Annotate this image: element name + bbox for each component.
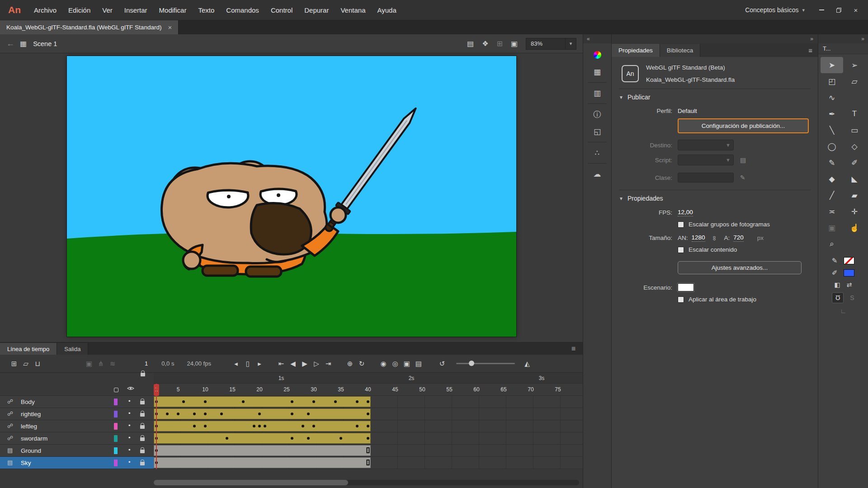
ink-bottle-tool[interactable]: ◆ (821, 171, 843, 187)
scale-frames-checkbox[interactable] (678, 221, 684, 228)
step-forward-button[interactable]: ▸ (254, 360, 265, 368)
swap-colors-button[interactable]: ⇄ (847, 281, 852, 288)
scale-content-checkbox[interactable] (678, 247, 684, 253)
layer-depth-button[interactable]: ≋ (107, 360, 118, 368)
frame-ruler[interactable]: 151015202530354045505560657075 (154, 384, 583, 396)
width-value[interactable]: 1280 (692, 234, 705, 242)
dock-collapse-header[interactable]: « (583, 34, 611, 43)
class-input[interactable] (678, 173, 734, 183)
color-panel-icon[interactable] (583, 46, 611, 63)
timeline-zoom-slider[interactable] (456, 363, 515, 364)
stage-color-swatch[interactable] (678, 283, 694, 291)
tab-linea-de-tiempo[interactable]: Línea de tiempo (0, 343, 57, 355)
snap-align-icon[interactable]: ∟ (840, 307, 846, 314)
layer-lock-icon[interactable] (140, 450, 145, 453)
new-layer-button[interactable]: ⊞ (8, 360, 20, 368)
link-dimensions-icon[interactable]: ∞ (711, 236, 718, 240)
new-folder-button[interactable]: ▱ (20, 360, 32, 368)
frame-row-rightleg[interactable] (154, 408, 583, 420)
swatches-panel-icon[interactable]: ▦ (583, 63, 611, 80)
delete-layer-button[interactable]: ⊔ (32, 360, 43, 368)
edit-class-icon[interactable]: ✎ (740, 174, 745, 181)
publish-section-header[interactable]: ▼ Publicar (619, 89, 811, 103)
current-frame-value[interactable]: 1 (145, 360, 148, 367)
frame-rate-value[interactable]: 24,00 fps (187, 360, 211, 367)
advanced-settings-button[interactable]: Ajustes avanzados... (678, 261, 802, 274)
subselection-tool[interactable]: ➢ (843, 57, 866, 73)
document-tab[interactable]: Koala_WebGL-glTF-Standard.fla (WebGL glT… (0, 20, 179, 34)
layer-outline-swatch[interactable] (114, 447, 118, 454)
height-value[interactable]: 720 (733, 234, 744, 242)
frame-span[interactable] (154, 408, 371, 419)
edit-scene-icon[interactable]: ▤ (467, 39, 474, 48)
pencil-tool[interactable]: ✎ (821, 155, 843, 171)
menu-ventana[interactable]: Ventana (335, 6, 371, 14)
layer-outline-swatch[interactable] (114, 423, 118, 430)
hand-tool[interactable]: ☝ (843, 220, 866, 236)
app-logo[interactable]: An (8, 5, 21, 15)
tools-dock-header[interactable]: » (818, 34, 868, 43)
tab-close-icon[interactable]: × (168, 23, 172, 31)
brush-tool[interactable]: ✐ (843, 155, 866, 171)
menu-depurar[interactable]: Depurar (298, 6, 335, 14)
layer-outline-swatch[interactable] (114, 435, 118, 442)
snap-to-objects-button[interactable]: Ω (832, 292, 844, 303)
layer-outline-swatch[interactable] (114, 411, 118, 418)
timeline-horizontal-scrollbar[interactable] (154, 480, 579, 485)
properties-dock-header[interactable]: » (612, 34, 818, 43)
onion-skin-button[interactable]: ◉ (377, 360, 389, 368)
menu-insertar[interactable]: Insertar (118, 6, 153, 14)
layer-visibility-dot[interactable]: • (128, 459, 131, 465)
frame-row-swordarm[interactable] (154, 432, 583, 445)
fps-value[interactable]: 12,00 (678, 209, 693, 216)
bone-tool-icon[interactable]: S (850, 294, 854, 301)
frame-span[interactable] (154, 445, 371, 456)
collapse-right-icon[interactable]: » (861, 36, 864, 42)
frame-span[interactable] (154, 433, 371, 444)
edit-symbols-icon[interactable]: ❖ (482, 39, 488, 48)
lasso-tool[interactable]: ∿ (821, 89, 843, 106)
menu-ayuda[interactable]: Ayuda (372, 6, 402, 14)
script-dropdown[interactable]: ▼ (678, 155, 734, 165)
minimize-button[interactable] (813, 4, 830, 16)
gradient-transform-tool[interactable]: ▱ (843, 73, 866, 89)
step-back-button[interactable]: ◂ (230, 360, 242, 368)
playhead-line[interactable] (156, 384, 157, 469)
timeline-zoom-knob[interactable] (469, 361, 474, 366)
modify-markers-button[interactable]: ▤ (413, 360, 425, 368)
reset-timeline-zoom-button[interactable]: ↺ (436, 360, 448, 368)
frame-span[interactable] (154, 396, 371, 407)
frame-row-sky[interactable] (154, 457, 583, 469)
polystar-tool[interactable]: ◇ (843, 138, 866, 155)
pen-tool[interactable]: ✒ (821, 106, 843, 122)
menu-control[interactable]: Control (265, 6, 298, 14)
stage-canvas[interactable] (67, 56, 516, 337)
scrollbar-thumb[interactable] (154, 480, 348, 485)
outline-column-icon[interactable] (114, 388, 118, 392)
transform-panel-icon[interactable]: ◱ (583, 123, 611, 140)
default-colors-button[interactable]: ◧ (835, 281, 840, 288)
scene-name[interactable]: Scene 1 (33, 40, 57, 47)
layer-visibility-dot[interactable]: • (128, 410, 131, 417)
layer-row-swordarm[interactable]: ☍swordarm• (0, 432, 154, 445)
frame-span[interactable] (154, 421, 371, 432)
layer-visibility-dot[interactable]: • (128, 434, 131, 441)
zoom-tool[interactable]: ⌕ (821, 236, 843, 252)
eraser-tool[interactable]: ▰ (843, 187, 866, 203)
text-tool[interactable]: T (843, 106, 866, 122)
target-dropdown[interactable]: ▼ (678, 140, 734, 150)
collapse-left-icon[interactable]: « (587, 36, 590, 42)
tab-salida[interactable]: Salida (57, 343, 88, 355)
menu-modificar[interactable]: Modificar (153, 6, 193, 14)
clip-content-icon[interactable]: ▣ (511, 39, 518, 48)
lock-column-icon[interactable] (141, 373, 145, 376)
next-frame-button[interactable]: ▷ (311, 360, 322, 368)
fill-color-swatch[interactable] (844, 269, 854, 277)
layer-lock-icon[interactable] (140, 425, 145, 429)
frame-row-body[interactable] (154, 396, 583, 408)
go-last-frame-button[interactable]: ⇥ (322, 360, 334, 368)
seconds-ruler[interactable]: 1s2s3s (154, 373, 583, 384)
script-file-icon[interactable]: ▤ (740, 156, 746, 164)
align-panel-icon[interactable]: ▥ (583, 84, 611, 102)
frame-row-leftleg[interactable] (154, 420, 583, 432)
